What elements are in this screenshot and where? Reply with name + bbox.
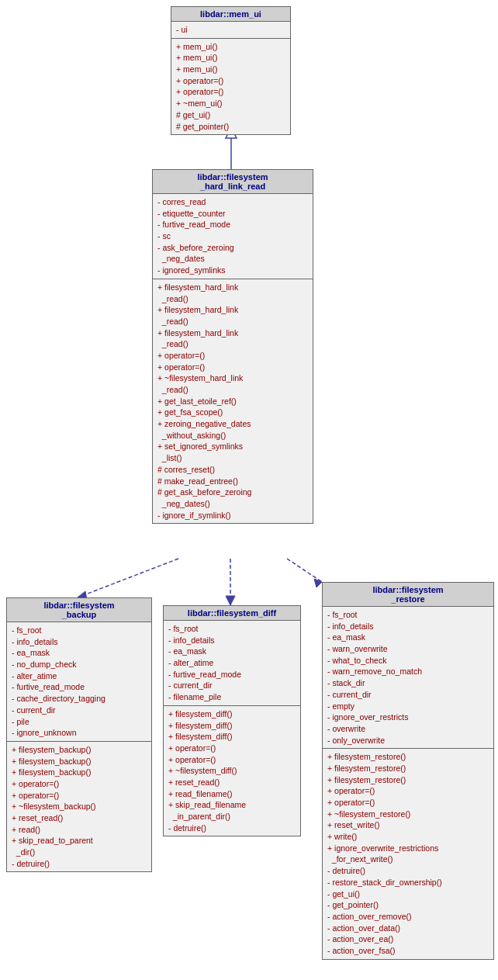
fr-method-3: + filesystem_restore(): [327, 774, 489, 786]
svg-marker-7: [314, 579, 322, 587]
fr-method-9: + ignore_overwrite_restrictions: [327, 843, 489, 854]
fd-method-4: + operator=(): [168, 743, 296, 754]
fhlr-method-16: _list(): [157, 452, 308, 464]
fr-method-16: - action_over_data(): [327, 923, 489, 934]
svg-marker-5: [226, 596, 235, 605]
svg-line-6: [287, 559, 322, 582]
mem-ui-title: libdar::mem_ui: [171, 7, 290, 22]
fr-attr-6: - warn_remove_no_match: [327, 666, 489, 677]
fb-attr-2: - info_details: [12, 636, 147, 648]
mem-ui-method-5: + operator=(): [176, 86, 285, 98]
fr-method-6: + ~filesystem_restore(): [327, 809, 489, 820]
fr-method-12: - restore_stack_dir_ownership(): [327, 877, 489, 888]
fhlr-attr-6: _neg_dates: [157, 253, 308, 265]
fr-attr-1: - fs_root: [327, 609, 489, 621]
fd-method-5: + operator=(): [168, 754, 296, 766]
filesystem-hard-link-read-attrs: - corres_read - etiquette_counter - furt…: [153, 194, 313, 279]
fr-attr-2: - info_details: [327, 621, 489, 632]
fhlr-method-19: # get_ask_before_zeroing: [157, 487, 308, 498]
filesystem-hard-link-read-box: libdar::filesystem_hard_link_read - corr…: [152, 169, 313, 524]
filesystem-backup-methods: + filesystem_backup() + filesystem_backu…: [7, 742, 151, 872]
fb-method-3: + filesystem_backup(): [12, 767, 147, 778]
fhlr-method-17: # corres_reset(): [157, 464, 308, 476]
fr-method-18: - action_over_fsa(): [327, 945, 489, 957]
filesystem-backup-box: libdar::filesystem_backup - fs_root - in…: [6, 597, 152, 872]
fr-method-14: - get_pointer(): [327, 899, 489, 911]
filesystem-restore-methods: + filesystem_restore() + filesystem_rest…: [323, 749, 493, 958]
fr-attr-9: - empty: [327, 701, 489, 712]
fr-attr-7: - stack_dir: [327, 677, 489, 689]
fhlr-attr-7: - ignored_symlinks: [157, 265, 308, 276]
fhlr-attr-5: - ask_before_zeroing: [157, 242, 308, 254]
fd-attr-2: - info_details: [168, 635, 296, 646]
fb-attr-1: - fs_root: [12, 625, 147, 636]
fhlr-attr-1: - corres_read: [157, 196, 308, 208]
fb-method-9: + skip_read_to_parent: [12, 835, 147, 847]
fd-method-7: + reset_read(): [168, 777, 296, 788]
fd-attr-6: - current_dir: [168, 680, 296, 691]
filesystem-hard-link-read-title: libdar::filesystem_hard_link_read: [153, 170, 313, 194]
fd-attr-1: - fs_root: [168, 623, 296, 635]
mem-ui-method-8: # get_pointer(): [176, 121, 285, 133]
fhlr-method-20: _neg_dates(): [157, 498, 308, 510]
mem-ui-method-6: + ~mem_ui(): [176, 98, 285, 109]
fb-method-11: - detruire(): [12, 858, 147, 870]
fhlr-attr-4: - sc: [157, 230, 308, 242]
fhlr-method-4: _read(): [157, 316, 308, 327]
fr-attr-3: - ea_mask: [327, 632, 489, 643]
fb-attr-5: - alter_atime: [12, 670, 147, 682]
filesystem-backup-attrs: - fs_root - info_details - ea_mask - no_…: [7, 622, 151, 742]
filesystem-diff-methods: + filesystem_diff() + filesystem_diff() …: [164, 706, 300, 836]
fhlr-method-8: + operator=(): [157, 362, 308, 373]
fb-attr-3: - ea_mask: [12, 647, 147, 659]
fr-method-13: - get_ui(): [327, 888, 489, 900]
svg-line-2: [78, 559, 178, 597]
fhlr-method-11: + get_last_etoile_ref(): [157, 396, 308, 407]
fr-method-5: + operator=(): [327, 797, 489, 809]
fr-attr-11: - overwrite: [327, 723, 489, 735]
fhlr-attr-2: - etiquette_counter: [157, 208, 308, 220]
fd-attr-7: - filename_pile: [168, 691, 296, 703]
filesystem-diff-attrs: - fs_root - info_details - ea_mask - alt…: [164, 621, 300, 706]
filesystem-diff-box: libdar::filesystem_diff - fs_root - info…: [163, 605, 301, 836]
fb-method-2: + filesystem_backup(): [12, 756, 147, 767]
filesystem-restore-title: libdar::filesystem_restore: [323, 583, 493, 607]
mem-ui-method-1: + mem_ui(): [176, 41, 285, 53]
fr-method-7: + reset_write(): [327, 819, 489, 831]
mem-ui-method-7: # get_ui(): [176, 109, 285, 121]
fb-attr-6: - furtive_read_mode: [12, 681, 147, 693]
mem-ui-box: libdar::mem_ui - ui + mem_ui() + mem_ui(…: [171, 6, 291, 135]
mem-ui-attrs: - ui: [171, 22, 290, 39]
fr-method-8: + write(): [327, 831, 489, 843]
fhlr-method-21: - ignore_if_symlink(): [157, 510, 308, 521]
mem-ui-method-2: + mem_ui(): [176, 52, 285, 64]
fb-method-8: + read(): [12, 824, 147, 836]
fr-method-10: _for_next_write(): [327, 854, 489, 865]
mem-ui-methods: + mem_ui() + mem_ui() + mem_ui() + opera…: [171, 39, 290, 135]
filesystem-backup-title: libdar::filesystem_backup: [7, 598, 151, 622]
filesystem-diff-title: libdar::filesystem_diff: [164, 606, 300, 621]
fhlr-method-12: + get_fsa_scope(): [157, 407, 308, 418]
fr-attr-4: - warn_overwrite: [327, 643, 489, 655]
fd-method-11: - detruire(): [168, 822, 296, 834]
fd-method-10: _in_parent_dir(): [168, 811, 296, 822]
fb-method-5: + operator=(): [12, 790, 147, 802]
fd-attr-5: - furtive_read_mode: [168, 669, 296, 680]
fhlr-method-13: + zeroing_negative_dates: [157, 418, 308, 430]
filesystem-hard-link-read-methods: + filesystem_hard_link _read() + filesys…: [153, 279, 313, 523]
fb-attr-9: - pile: [12, 716, 147, 728]
fd-method-6: + ~filesystem_diff(): [168, 765, 296, 777]
fhlr-attr-3: - furtive_read_mode: [157, 219, 308, 230]
fb-method-1: + filesystem_backup(): [12, 744, 147, 756]
fb-method-10: _dir(): [12, 847, 147, 858]
fhlr-method-15: + set_ignored_symlinks: [157, 441, 308, 452]
fhlr-method-10: _read(): [157, 384, 308, 396]
fb-method-6: + ~filesystem_backup(): [12, 801, 147, 812]
fd-attr-3: - ea_mask: [168, 646, 296, 657]
fr-method-2: + filesystem_restore(): [327, 763, 489, 774]
mem-ui-method-4: + operator=(): [176, 75, 285, 87]
filesystem-restore-attrs: - fs_root - info_details - ea_mask - war…: [323, 607, 493, 749]
fr-attr-8: - current_dir: [327, 689, 489, 701]
fhlr-method-7: + operator=(): [157, 350, 308, 362]
fd-method-9: + skip_read_filename: [168, 799, 296, 811]
